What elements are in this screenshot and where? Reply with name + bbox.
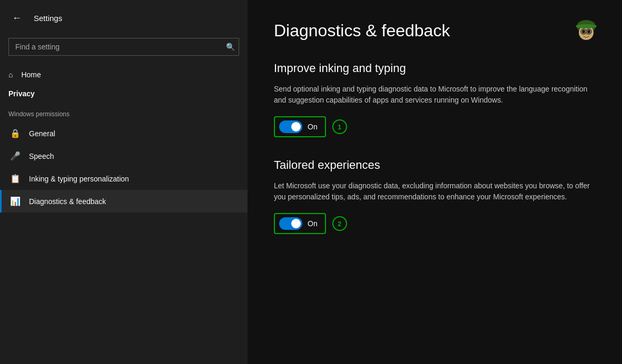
home-icon: ⌂ bbox=[8, 70, 13, 79]
svg-point-9 bbox=[576, 24, 597, 28]
search-input[interactable] bbox=[8, 38, 239, 56]
clipboard-icon: 📋 bbox=[10, 174, 21, 184]
section1-toggle[interactable] bbox=[279, 120, 302, 133]
search-icon[interactable]: 🔍 bbox=[226, 43, 235, 51]
main-content: Diagnostics & feedback Improve inking an… bbox=[248, 0, 622, 364]
windows-permissions-label: Windows permissions bbox=[0, 102, 248, 122]
section1-title: Improve inking and typing bbox=[274, 62, 596, 75]
search-box: 🔍 bbox=[8, 38, 239, 56]
section1-toggle-container: On bbox=[274, 116, 326, 137]
sidebar-item-general[interactable]: 🔒 General bbox=[0, 122, 248, 145]
diagnostics-label: Diagnostics & feedback bbox=[29, 197, 106, 206]
section1-desc: Send optional inking and typing diagnost… bbox=[274, 84, 596, 106]
sidebar: ← Settings 🔍 ⌂ Home Privacy Windows perm… bbox=[0, 0, 248, 364]
page-title: Diagnostics & feedback bbox=[274, 21, 596, 41]
svg-point-3 bbox=[582, 30, 585, 34]
mic-icon: 🎤 bbox=[10, 151, 21, 161]
section2-toggle[interactable] bbox=[279, 217, 302, 230]
section2-desc: Let Microsoft use your diagnostic data, … bbox=[274, 180, 596, 203]
home-label: Home bbox=[21, 70, 41, 79]
back-button[interactable]: ← bbox=[8, 9, 25, 26]
section1-toggle-row: On 1 bbox=[274, 116, 596, 137]
general-label: General bbox=[29, 129, 55, 138]
speech-label: Speech bbox=[29, 152, 54, 160]
section1-toggle-label: On bbox=[308, 123, 318, 131]
privacy-label: Privacy bbox=[0, 85, 248, 102]
inking-label: Inking & typing personalization bbox=[29, 175, 129, 183]
section2-toggle-label: On bbox=[308, 219, 318, 228]
svg-point-8 bbox=[585, 34, 587, 35]
avatar bbox=[571, 16, 601, 45]
svg-point-4 bbox=[587, 30, 590, 34]
sidebar-item-diagnostics[interactable]: 📊 Diagnostics & feedback bbox=[0, 190, 248, 213]
section2-badge: 2 bbox=[332, 216, 347, 231]
section2-toggle-container: On bbox=[274, 213, 326, 234]
sidebar-item-home[interactable]: ⌂ Home bbox=[0, 64, 248, 85]
sidebar-title: Settings bbox=[34, 14, 62, 23]
sidebar-header: ← Settings bbox=[0, 0, 248, 36]
diagnostics-icon: 📊 bbox=[10, 196, 21, 206]
section1-badge: 1 bbox=[332, 119, 347, 134]
lock-icon: 🔒 bbox=[10, 128, 21, 138]
section2-toggle-row: On 2 bbox=[274, 213, 596, 234]
section2-title: Tailored experiences bbox=[274, 158, 596, 172]
sidebar-item-speech[interactable]: 🎤 Speech bbox=[0, 145, 248, 167]
sidebar-item-inking[interactable]: 📋 Inking & typing personalization bbox=[0, 167, 248, 190]
